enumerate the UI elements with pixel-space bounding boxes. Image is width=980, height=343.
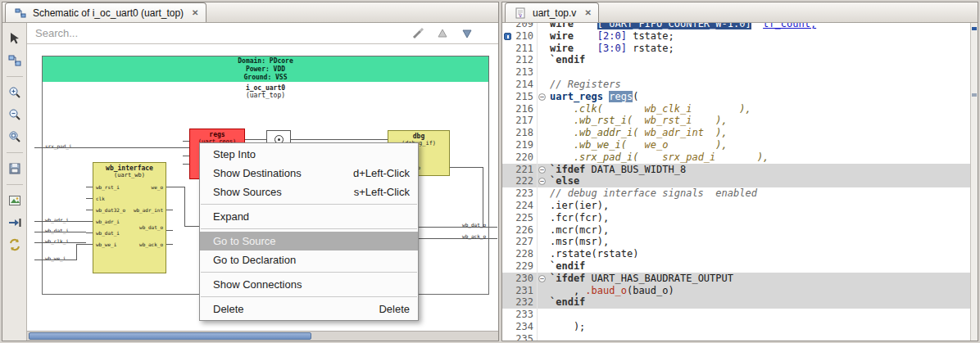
line-number: 228 bbox=[514, 248, 537, 260]
marker-column bbox=[502, 54, 514, 66]
code-line-220[interactable]: 220 .srx_pad_i( srx_pad_i ), bbox=[502, 151, 978, 164]
fold-collapse-icon[interactable]: − bbox=[538, 93, 546, 101]
code-line-233[interactable]: 233 bbox=[502, 309, 978, 321]
schematic-grid-icon[interactable] bbox=[7, 52, 23, 69]
select-tool-icon[interactable] bbox=[7, 30, 23, 47]
code-line-232[interactable]: 232`endif bbox=[502, 296, 978, 309]
close-icon[interactable]: ✕ bbox=[192, 8, 198, 17]
code-text: .srx_pad_i( srx_pad_i ), bbox=[547, 151, 769, 164]
fold-column: − bbox=[537, 273, 547, 285]
code-line-226[interactable]: 226.mcr(mcr), bbox=[502, 224, 978, 237]
code-line-234[interactable]: 234 ); bbox=[502, 321, 978, 333]
line-number: 210 bbox=[514, 30, 537, 43]
menu-item-go-to-source[interactable]: Go to Source bbox=[200, 232, 418, 250]
marker-column bbox=[502, 260, 514, 273]
code-line-219[interactable]: 219 .wb_we_i( we_o ), bbox=[502, 139, 978, 151]
code-line-214[interactable]: 214// Registers bbox=[502, 79, 978, 91]
export-image-icon[interactable] bbox=[7, 192, 23, 209]
code-line-209[interactable]: 209wire [`UART_FIFO_COUNTER_W-1:0] tf_co… bbox=[502, 23, 978, 30]
code-line-230[interactable]: 230−`ifdef UART_HAS_BAUDRATE_OUTPUT bbox=[502, 273, 978, 285]
fold-column bbox=[537, 200, 547, 212]
line-number: 213 bbox=[514, 66, 537, 79]
code-editor[interactable]: 209wire [`UART_FIFO_COUNTER_W-1:0] tf_co… bbox=[502, 23, 978, 341]
code-line-225[interactable]: 225.fcr(fcr), bbox=[502, 212, 978, 224]
schematic-canvas[interactable]: Domain: PDcore Power: VDD Ground: VSS i_… bbox=[27, 44, 498, 331]
zoom-fit-icon[interactable] bbox=[7, 129, 23, 145]
menu-item-expand[interactable]: Expand bbox=[200, 207, 418, 226]
tab-uart-top-v[interactable]: v uart_top.v ✕ bbox=[505, 2, 599, 22]
tab-schematic[interactable]: Schematic of i_oc_uart0 (uart_top) ✕ bbox=[5, 2, 206, 22]
fold-column bbox=[537, 23, 547, 30]
line-number: 232 bbox=[514, 296, 537, 309]
fold-collapse-icon[interactable]: − bbox=[538, 166, 546, 174]
wire bbox=[76, 244, 77, 260]
refresh-icon[interactable] bbox=[7, 237, 23, 253]
menu-item-delete[interactable]: DeleteDelete bbox=[200, 300, 418, 318]
fold-collapse-icon[interactable]: − bbox=[538, 178, 546, 185]
close-icon[interactable]: ✕ bbox=[584, 8, 591, 17]
fold-column bbox=[537, 127, 547, 139]
code-line-235[interactable]: 235 bbox=[502, 333, 978, 341]
code-line-213[interactable]: 213 bbox=[502, 66, 978, 79]
marker-column bbox=[502, 66, 514, 79]
code-line-216[interactable]: 216 .clk( wb_clk_i ), bbox=[502, 103, 978, 115]
code-line-227[interactable]: 227.msr(msr), bbox=[502, 236, 978, 248]
code-text: .wb_rst_i( wb_rst_i ), bbox=[547, 115, 728, 127]
zoom-out-icon[interactable] bbox=[7, 106, 23, 123]
marker-column bbox=[502, 43, 514, 55]
wire bbox=[76, 244, 86, 245]
pin-wb-we-i: wb_we_i bbox=[96, 241, 116, 247]
save-icon[interactable] bbox=[7, 160, 23, 177]
fold-column bbox=[537, 333, 547, 341]
marker-column bbox=[502, 224, 514, 237]
code-line-211[interactable]: 211wire [3:0] rstate; bbox=[502, 43, 978, 55]
power-domain-header: Domain: PDcore Power: VDD Ground: VSS bbox=[43, 56, 488, 82]
menu-item-show-destinations[interactable]: Show Destinationsd+Left-Click bbox=[200, 164, 418, 183]
code-line-217[interactable]: 217 .wb_rst_i( wb_rst_i ), bbox=[502, 115, 978, 127]
code-line-228[interactable]: 228.rstate(rstate) bbox=[502, 248, 978, 260]
code-line-215[interactable]: 215−uart_regs regs( bbox=[502, 91, 978, 103]
fold-column bbox=[537, 79, 547, 91]
code-text: , .baud_o(baud_o) bbox=[547, 285, 674, 297]
code-line-210[interactable]: 210wire [2:0] tstate; bbox=[502, 30, 978, 43]
block-uart-wb[interactable]: wb_interface (uart_wb) wb_rst_i clk wb_d… bbox=[93, 162, 166, 273]
ruler-mark[interactable] bbox=[972, 93, 977, 97]
line-number: 231 bbox=[514, 285, 537, 297]
code-line-218[interactable]: 218 .wb_addr_i( wb_adr_int ), bbox=[502, 127, 978, 139]
marker-column bbox=[502, 127, 514, 139]
ruler-mark[interactable] bbox=[972, 27, 977, 30]
marker-column bbox=[502, 248, 514, 260]
menu-separator bbox=[201, 296, 417, 297]
overview-ruler[interactable] bbox=[970, 23, 978, 341]
fold-collapse-icon[interactable]: − bbox=[538, 275, 546, 282]
fold-column bbox=[537, 66, 547, 79]
code-text: .ier(ier), bbox=[547, 200, 609, 212]
code-line-222[interactable]: 222−`else bbox=[502, 175, 978, 187]
fold-column bbox=[537, 43, 547, 55]
menu-item-step-into[interactable]: Step Into bbox=[200, 145, 418, 164]
clear-search-icon[interactable] bbox=[410, 25, 426, 42]
horizontal-scrollbar[interactable] bbox=[27, 331, 498, 341]
pin-wb-ack-o: wb_ack_o bbox=[139, 241, 163, 247]
menu-item-show-connections[interactable]: Show Connections bbox=[200, 275, 418, 294]
search-input[interactable] bbox=[35, 27, 363, 39]
arrow-up-icon[interactable] bbox=[434, 25, 451, 42]
arrow-down-icon[interactable] bbox=[459, 25, 475, 42]
marker-column bbox=[502, 236, 514, 248]
code-line-212[interactable]: 212`endif bbox=[502, 54, 978, 66]
code-line-224[interactable]: 224.ier(ier), bbox=[502, 200, 978, 212]
menu-item-show-sources[interactable]: Show Sourcess+Left-Click bbox=[200, 183, 418, 201]
code-line-229[interactable]: 229`endif bbox=[502, 260, 978, 273]
search-marker-icon bbox=[504, 33, 511, 40]
zoom-in-icon[interactable] bbox=[7, 84, 23, 101]
goto-source-icon[interactable] bbox=[7, 214, 23, 231]
code-line-231[interactable]: 231 , .baud_o(baud_o) bbox=[502, 285, 978, 297]
code-line-223[interactable]: 223// debug interface signals enabled bbox=[502, 187, 978, 200]
menu-item-go-to-declaration[interactable]: Go to Declaration bbox=[200, 250, 418, 269]
scrollbar-thumb[interactable] bbox=[29, 332, 311, 340]
marker-column bbox=[502, 139, 514, 151]
domain-line: Domain: PDcore bbox=[43, 57, 488, 65]
code-line-221[interactable]: 221−`ifdef DATA_BUS_WIDTH_8 bbox=[502, 164, 978, 176]
line-number: 227 bbox=[514, 236, 537, 248]
fold-column bbox=[537, 151, 547, 164]
